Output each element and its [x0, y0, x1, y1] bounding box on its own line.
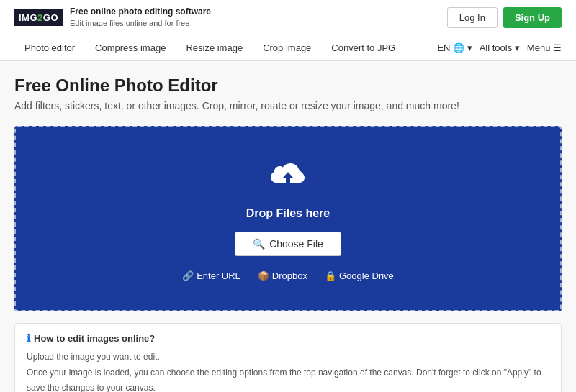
info-title: ℹ How to edit images online?	[27, 332, 549, 344]
header: IMG2GO Free online photo editing softwar…	[0, 0, 576, 35]
tagline-strong: Free online photo editing software	[70, 6, 211, 18]
logo-two: 2	[37, 12, 43, 23]
nav-links: Photo editor Compress image Resize image…	[14, 35, 405, 60]
link-icon: 🔗	[182, 270, 194, 281]
tagline-sub: Edit image files online and for free	[70, 19, 189, 27]
info-icon: ℹ	[27, 332, 30, 344]
header-buttons: Log In Sign Up	[447, 7, 562, 28]
logo-tagline: Free online photo editing software Edit …	[70, 6, 211, 29]
search-icon: 🔍	[253, 238, 265, 250]
enter-url-link[interactable]: 🔗 Enter URL	[182, 270, 240, 281]
upload-cloud-icon	[30, 156, 546, 200]
drop-text: Drop Files here	[30, 207, 546, 220]
page-title: Free Online Photo Editor	[14, 76, 562, 96]
nav-convert[interactable]: Convert to JPG	[321, 35, 405, 60]
nav-crop[interactable]: Crop image	[253, 35, 321, 60]
info-step-2: Once your image is loaded, you can choos…	[27, 365, 549, 392]
dropbox-icon: 📦	[258, 270, 269, 281]
logo-area: IMG2GO Free online photo editing softwar…	[14, 6, 211, 29]
info-steps: Upload the image you want to edit. Once …	[27, 350, 549, 392]
menu-button[interactable]: Menu ☰	[527, 42, 562, 53]
main-nav: Photo editor Compress image Resize image…	[0, 35, 576, 61]
all-tools-dropdown[interactable]: All tools ▾	[480, 42, 520, 53]
dropzone-links: 🔗 Enter URL 📦 Dropbox 🔒 Google Drive	[30, 270, 546, 281]
page-subtitle: Add filters, stickers, text, or other im…	[14, 100, 562, 111]
info-box: ℹ How to edit images online? Upload the …	[14, 323, 562, 392]
nav-resize[interactable]: Resize image	[176, 35, 253, 60]
choose-file-button[interactable]: 🔍 Choose File	[235, 232, 341, 256]
google-drive-link[interactable]: 🔒 Google Drive	[325, 270, 394, 281]
dropbox-link[interactable]: 📦 Dropbox	[258, 270, 307, 281]
language-selector[interactable]: EN 🌐 ▾	[437, 42, 472, 53]
signup-button[interactable]: Sign Up	[503, 7, 562, 28]
nav-compress[interactable]: Compress image	[85, 35, 176, 60]
nav-photo-editor[interactable]: Photo editor	[14, 35, 85, 60]
dropzone[interactable]: Drop Files here 🔍 Choose File 🔗 Enter UR…	[14, 126, 562, 311]
nav-right: EN 🌐 ▾ All tools ▾ Menu ☰	[437, 42, 562, 53]
info-step-1: Upload the image you want to edit.	[27, 350, 549, 365]
login-button[interactable]: Log In	[447, 7, 498, 28]
main-content: Free Online Photo Editor Add filters, st…	[0, 61, 576, 392]
google-drive-icon: 🔒	[325, 270, 336, 281]
logo: IMG2GO	[14, 9, 63, 26]
